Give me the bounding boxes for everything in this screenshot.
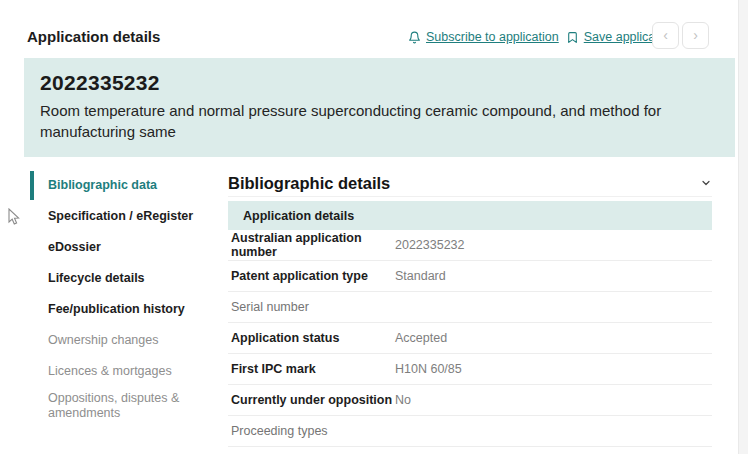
active-tab-indicator	[30, 171, 34, 200]
panel-heading: Bibliographic details	[228, 170, 712, 197]
table-row-patent-application-type: Patent application type Standard	[228, 261, 712, 292]
invention-title: Room temperature and normal pressure sup…	[40, 100, 690, 142]
sidebar-item-specification-eregister[interactable]: Specification / eRegister	[48, 201, 210, 232]
section-header: Application details	[228, 201, 712, 230]
record-pager: ‹ ›	[652, 22, 709, 49]
row-value: Accepted	[395, 331, 447, 345]
table-row-proceeding-types: Proceeding types	[228, 416, 712, 447]
details-table: Australian application number 2022335232…	[228, 230, 712, 447]
table-row-application-status: Application status Accepted	[228, 323, 712, 354]
sidebar-item-ownership-changes[interactable]: Ownership changes	[48, 325, 210, 356]
subscribe-link[interactable]: Subscribe to application	[408, 30, 559, 44]
mouse-cursor	[6, 208, 21, 231]
table-row-currently-under-opposition: Currently under opposition No	[228, 385, 712, 416]
sidebar-item-fee-publication-history[interactable]: Fee/publication history	[48, 294, 210, 325]
table-row-australian-application-number: Australian application number 2022335232	[228, 230, 712, 261]
page-title: Application details	[27, 28, 160, 45]
row-label: Serial number	[231, 300, 395, 314]
next-record-button[interactable]: ›	[682, 22, 709, 49]
row-value: Standard	[395, 269, 446, 283]
vertical-scrollbar[interactable]	[738, 0, 748, 454]
sidebar-item-lifecycle-details[interactable]: Lifecycle details	[48, 263, 210, 294]
row-label: First IPC mark	[231, 362, 395, 376]
bookmark-icon	[566, 31, 579, 44]
row-label: Proceeding types	[231, 424, 395, 438]
row-label: Application status	[231, 331, 395, 345]
header-actions: Subscribe to application Save applicatio…	[408, 30, 675, 44]
application-number: 2022335232	[40, 71, 719, 95]
table-row-first-ipc-mark: First IPC mark H10N 60/85	[228, 354, 712, 385]
bibliographic-details-panel: Bibliographic details Application detail…	[228, 170, 712, 447]
bell-icon	[408, 31, 421, 44]
sidebar-item-bibliographic-data[interactable]: Bibliographic data	[48, 170, 210, 201]
row-label: Australian application number	[231, 231, 395, 259]
sidebar-nav: Bibliographic data Specification / eRegi…	[48, 170, 210, 428]
subscribe-link-label: Subscribe to application	[426, 30, 559, 44]
panel-heading-label: Bibliographic details	[228, 174, 390, 193]
row-value: 2022335232	[395, 238, 465, 252]
sidebar-item-oppositions-disputes-amendments[interactable]: Oppositions, disputes & amendments	[48, 387, 210, 428]
application-banner: 2022335232 Room temperature and normal p…	[24, 58, 735, 157]
sidebar-item-licences-mortgages[interactable]: Licences & mortgages	[48, 356, 210, 387]
row-label: Currently under opposition	[231, 393, 395, 407]
row-value: H10N 60/85	[395, 362, 462, 376]
table-row-serial-number: Serial number	[228, 292, 712, 323]
chevron-down-icon[interactable]	[700, 177, 712, 189]
previous-record-button[interactable]: ‹	[652, 22, 679, 49]
application-details-page: Application details Subscribe to applica…	[0, 0, 748, 454]
sidebar-item-edossier[interactable]: eDossier	[48, 232, 210, 263]
row-value: No	[395, 393, 411, 407]
row-label: Patent application type	[231, 269, 395, 283]
